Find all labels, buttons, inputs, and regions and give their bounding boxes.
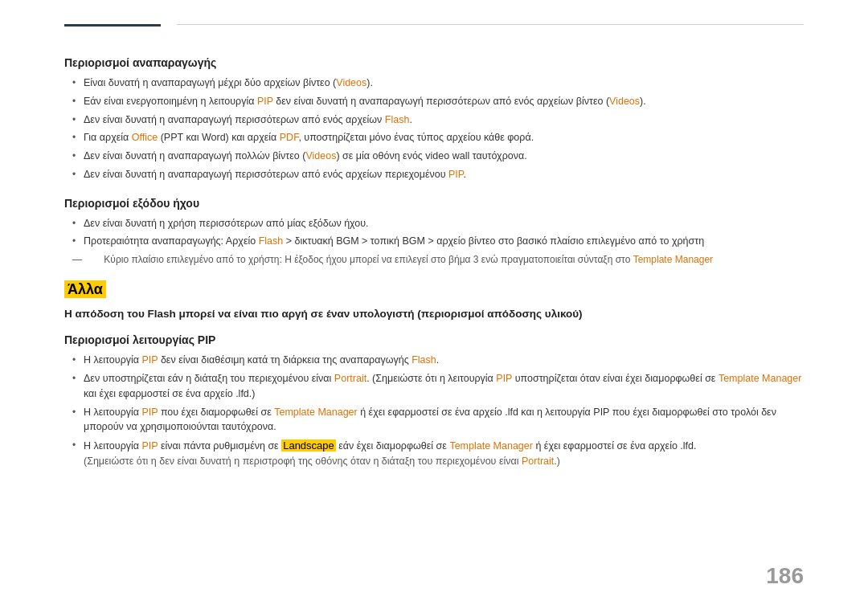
list-item: Προτεραιότητα αναπαραγωγής: Αρχείο Flash…: [72, 234, 804, 249]
pip-title: Περιορισμοί λειτουργίας PIP: [64, 333, 804, 346]
portrait-highlight: Portrait: [522, 456, 554, 467]
page-container: Περιορισμοί αναπαραγωγής Είναι δυνατή η …: [0, 0, 868, 613]
office-highlight: Office: [132, 132, 158, 143]
main-note: Η απόδοση του Flash μπορεί να είναι πιο …: [64, 306, 804, 322]
template-manager-highlight: Template Manager: [719, 373, 802, 384]
videos-highlight: Videos: [609, 96, 640, 107]
template-manager-highlight: Template Manager: [633, 254, 713, 265]
top-border-left: [64, 24, 161, 27]
playback-restrictions-title: Περιορισμοί αναπαραγωγής: [64, 56, 804, 69]
list-item: Για αρχεία Office (PPT και Word) και αρχ…: [72, 130, 804, 145]
template-manager-highlight: Template Manager: [274, 407, 358, 418]
list-item: Η λειτουργία PIP δεν είναι διαθέσιμη κατ…: [72, 353, 804, 368]
pip-highlight: PIP: [448, 169, 464, 180]
pip-list: Η λειτουργία PIP δεν είναι διαθέσιμη κατ…: [64, 353, 804, 468]
pip-highlight: PIP: [142, 440, 158, 452]
alla-heading: Άλλα: [64, 281, 804, 298]
list-item: Δεν υποστηρίζεται εάν η διάταξη του περι…: [72, 371, 804, 402]
list-item: Δεν είναι δυνατή η αναπαραγωγή πολλών βί…: [72, 149, 804, 164]
pip-highlight: PIP: [142, 354, 158, 366]
top-border-right: [177, 24, 804, 25]
pip-highlight: PIP: [496, 373, 512, 384]
playback-restrictions-section: Περιορισμοί αναπαραγωγής Είναι δυνατή η …: [64, 56, 804, 182]
list-item: Η λειτουργία PIP που έχει διαμορφωθεί σε…: [72, 405, 804, 435]
playback-restrictions-list: Είναι δυνατή η αναπαραγωγή μέχρι δύο αρχ…: [64, 76, 804, 182]
sub-note: Κύριο πλαίσιο επιλεγμένο από το χρήστη: …: [64, 252, 804, 267]
list-item: Εάν είναι ενεργοποιημένη η λειτουργία PI…: [72, 94, 804, 109]
list-item: Δεν είναι δυνατή η χρήση περισσότερων απ…: [72, 216, 804, 231]
pip-highlight: PIP: [257, 96, 273, 107]
portrait-highlight: Portrait: [334, 373, 366, 384]
list-item: Δεν είναι δυνατή η αναπαραγωγή περισσότε…: [72, 112, 804, 128]
pip-section: Περιορισμοί λειτουργίας PIP Η λειτουργία…: [64, 333, 804, 468]
audio-output-title: Περιορισμοί εξόδου ήχου: [64, 197, 804, 210]
audio-output-section: Περιορισμοί εξόδου ήχου Δεν είναι δυνατή…: [64, 197, 804, 268]
videos-highlight: Videos: [305, 150, 336, 161]
list-item: Η λειτουργία PIP είναι πάντα ρυθμισμένη …: [72, 438, 804, 469]
landscape-highlight: Landscape: [281, 439, 336, 452]
page-number: 186: [766, 563, 804, 589]
content: Περιορισμοί αναπαραγωγής Είναι δυνατή η …: [64, 56, 804, 469]
videos-highlight: Videos: [336, 77, 366, 88]
flash-highlight: Flash: [385, 114, 410, 125]
template-manager-highlight: Template Manager: [449, 440, 533, 452]
alla-label: Άλλα: [64, 280, 106, 298]
audio-output-list: Δεν είναι δυνατή η χρήση περισσότερων απ…: [64, 216, 804, 250]
flash-highlight: Flash: [411, 354, 436, 366]
pip-highlight: PIP: [142, 407, 158, 418]
list-item: Είναι δυνατή η αναπαραγωγή μέχρι δύο αρχ…: [72, 76, 804, 91]
flash-highlight: Flash: [259, 235, 284, 247]
list-item: Δεν είναι δυνατή η αναπαραγωγή περισσότε…: [72, 167, 804, 182]
pdf-highlight: PDF: [280, 132, 299, 143]
